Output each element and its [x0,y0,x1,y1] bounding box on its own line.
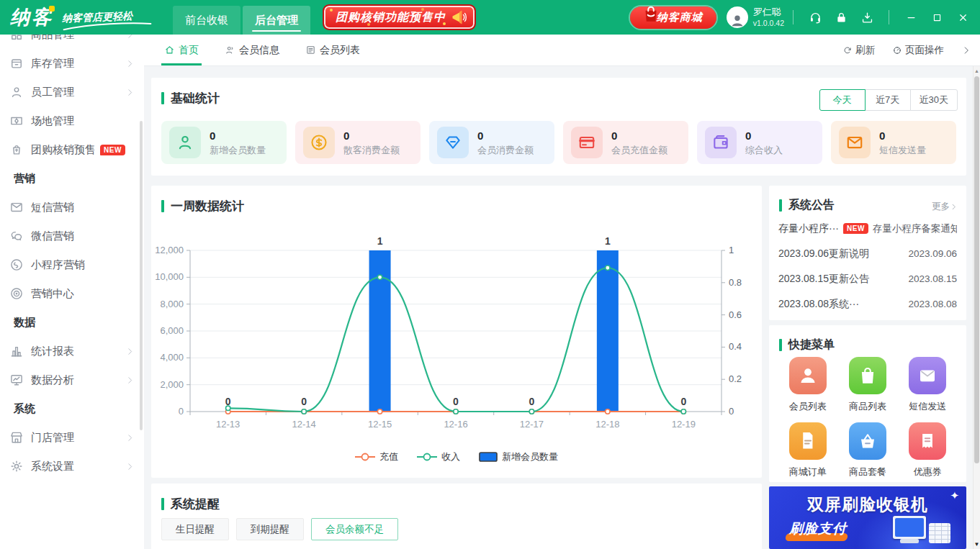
gauge-icon [892,45,902,55]
refresh-button[interactable]: 刷新 [842,44,875,57]
reminder-buttons: 生日提醒到期提醒会员余额不足 [161,518,398,540]
page-tab[interactable]: 会员信息 [225,35,279,65]
pos-machine-illustration [884,506,963,549]
quick-menu-item[interactable]: 会员列表 [778,357,837,413]
quick-menu-item[interactable]: 短信发送 [898,357,958,413]
quick-menu-item[interactable]: 商城订单 [778,422,837,478]
quick-menu-tile [789,422,827,460]
sidebar-section-label: 系统 [0,394,144,423]
week-stats-title: 一周数据统计 [161,198,244,214]
legend-item[interactable]: 充值 [355,450,398,463]
range-button[interactable]: 今天 [819,89,866,111]
stat-card: 0综合收入 [697,121,822,164]
sidebar-item-label: 员工管理 [31,86,74,99]
quick-menu-label: 优惠券 [914,466,942,478]
barchart-icon [9,344,24,358]
page-operations-button[interactable]: 页面操作 [892,44,944,57]
svg-text:8,000: 8,000 [160,299,184,309]
sidebar-item[interactable]: 系统设置 [0,452,144,481]
box-icon [9,56,24,71]
chevron-right-icon[interactable] [961,45,971,55]
legend-label: 新增会员数量 [502,450,558,463]
legend-marker-icon [355,452,375,462]
svg-text:0: 0 [301,396,307,407]
scrollbar-up-arrow[interactable]: ▲ [974,67,980,75]
shop-bag-icon [640,3,662,24]
reminder-tab-button[interactable]: 会员余额不足 [311,518,398,540]
legend-marker-icon [479,452,498,462]
lock-button[interactable] [828,4,854,30]
minimize-button[interactable] [898,4,924,30]
quick-menu-item[interactable]: 商品套餐 [837,422,897,478]
reminder-tab-button[interactable]: 生日提醒 [161,518,229,540]
sidebar-item-label: 系统设置 [31,460,74,473]
maximize-icon [932,12,943,23]
page-tab[interactable]: 首页 [164,35,199,65]
sidebar-item[interactable]: 微信营销 [0,222,144,250]
header-tab[interactable]: 前台收银 [173,6,240,35]
quick-menu-item[interactable]: 优惠券 [898,422,958,478]
sidebar-item[interactable]: 团购核销预售NEW [0,135,144,164]
user-name: 罗仁聪 [753,6,784,18]
sidebar-scrollbar-thumb[interactable] [140,121,143,430]
user-avatar[interactable] [727,6,748,28]
quick-menu-item[interactable]: 商品列表 [837,357,897,413]
chevron-right-icon [125,88,135,97]
announcement-row[interactable]: 2023.09.06更新说明2023.09.06 [769,241,966,266]
scrollbar-down-arrow[interactable]: ▼ [974,540,980,549]
stat-value: 0 [477,130,534,141]
home-icon [164,45,175,55]
sidebar-item[interactable]: 门店管理 [0,423,144,452]
svg-text:1: 1 [605,235,611,247]
promo-banner[interactable]: 团购核销功能预售中 [323,4,476,30]
stat-card: 0短信发送量 [831,121,956,164]
announcement-row[interactable]: 存量小程序···NEW存量小程序备案通知 [769,216,966,241]
legend-item[interactable]: 收入 [417,450,460,463]
sidebar-item[interactable]: 员工管理 [0,78,144,106]
reminder-tab-button[interactable]: 到期提醒 [236,518,304,540]
page-tab-label: 会员列表 [320,44,360,57]
svg-text:0.4: 0.4 [729,341,742,352]
range-button[interactable]: 近30天 [910,89,958,111]
sidebar-item[interactable]: 商品管理 [0,35,144,49]
sidebar-item[interactable]: 小程序营销 [0,250,144,279]
maximize-button[interactable] [924,4,950,30]
close-button[interactable] [950,4,976,30]
stat-icon-box [571,127,603,158]
sparkle-icon: ✦ [950,489,959,502]
range-button[interactable]: 近7天 [865,89,911,111]
header-divider [889,10,889,24]
announcements-more-link[interactable]: 更多 [932,201,958,213]
target-icon [9,286,24,301]
legend-item[interactable]: 新增会员数量 [479,450,558,463]
title-accent-bar [161,200,164,212]
sidebar-item[interactable]: 统计报表 [0,337,144,366]
scrollbar-thumb[interactable] [974,76,979,463]
sidebar-item-label: 小程序营销 [31,258,85,272]
sidebar-item-label: 商品管理 [31,35,74,42]
sidebar-item[interactable]: 营销中心 [0,279,144,308]
announcement-row[interactable]: 2023.08.08系统···2023.08.08 [769,291,966,317]
announcement-row[interactable]: 2023.08.15更新公告2023.08.15 [769,266,966,291]
groupbuy-bag-icon [9,142,24,157]
svg-text:10,000: 10,000 [155,271,184,282]
svg-text:2,000: 2,000 [160,379,184,390]
header-action-icons [802,4,880,30]
sidebar-item[interactable]: 库存管理 [0,49,144,78]
brand-slogan: 纳客管店更轻松 [62,9,155,25]
service-headset-button[interactable] [802,4,828,30]
sidebar-item[interactable]: 场地管理 [0,106,144,135]
page-tab[interactable]: 会员列表 [305,35,360,65]
sidebar-item[interactable]: 短信营销 [0,193,144,222]
quick-menu-tile [849,357,886,394]
refresh-icon [842,45,853,55]
download-button[interactable] [854,4,880,30]
sidebar-item[interactable]: 数据分析 [0,366,144,394]
ad-banner[interactable]: 双屏刷脸收银机 刷脸支付 ✦ [769,486,966,549]
stat-card: 0会员消费金额 [429,121,554,164]
title-accent-bar [161,498,164,510]
service-headset-icon [809,11,822,24]
svg-text:12-18: 12-18 [595,419,619,430]
header-tab[interactable]: 后台管理 [243,6,310,35]
mall-button[interactable]: 纳客商城 [630,6,716,29]
